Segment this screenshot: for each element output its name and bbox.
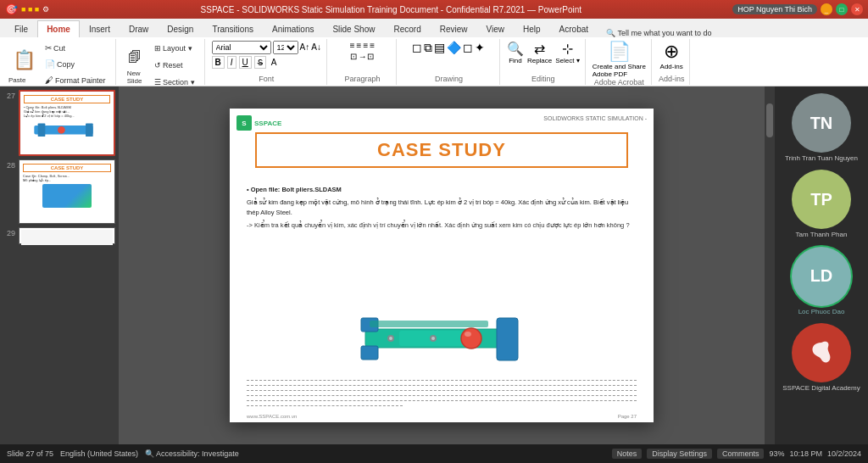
paragraph-label: Paragraph bbox=[344, 75, 380, 83]
tab-record[interactable]: Record bbox=[384, 20, 430, 37]
title-bar: 🎯 ■ ■ ■ ⚙ SSPACE - SOLIDWORKS Static Sim… bbox=[0, 0, 868, 19]
select-button[interactable]: ⊹ bbox=[562, 41, 573, 57]
tell-me-input[interactable]: 🔍 Tell me what you want to do bbox=[606, 29, 711, 37]
underline-button[interactable]: U bbox=[239, 56, 252, 69]
slide-main: S SSPACE SOLIDWORKS STATIC SIMULATION - … bbox=[230, 109, 654, 422]
status-left: Slide 27 of 75 English (United States) 🔍… bbox=[7, 449, 239, 458]
slide-27-title: CASE STUDY bbox=[24, 95, 110, 103]
addins-button[interactable]: ⊕ bbox=[664, 41, 679, 63]
shapes-button[interactable]: ◻ bbox=[412, 41, 422, 55]
convert-smartart-button[interactable]: →⊡ bbox=[359, 52, 374, 61]
title-bar-title: SSPACE - SOLIDWORKS Static Simulation Tr… bbox=[49, 5, 732, 14]
tab-review[interactable]: Review bbox=[431, 20, 477, 37]
svg-point-3 bbox=[58, 126, 65, 134]
comments-button[interactable]: Comments bbox=[717, 449, 765, 459]
adobe-group: 📄 Create and ShareAdobe PDF Adobe Acroba… bbox=[587, 39, 652, 85]
cut-button[interactable]: ✂Cut bbox=[41, 41, 110, 56]
tab-view[interactable]: View bbox=[477, 20, 515, 37]
adobe-pdf-button[interactable]: 📄 bbox=[608, 41, 631, 63]
adobe-group-label: Adobe Acrobat bbox=[594, 78, 644, 86]
display-settings-button[interactable]: Display Settings bbox=[647, 449, 712, 459]
tab-file[interactable]: File bbox=[5, 20, 37, 37]
language-info: English (United States) bbox=[60, 449, 138, 458]
title-bar-left: 🎯 ■ ■ ■ ⚙ bbox=[5, 3, 49, 15]
close-button[interactable]: ✕ bbox=[851, 3, 863, 15]
italic-button[interactable]: I bbox=[227, 56, 236, 69]
current-time: 10:18 PM bbox=[789, 449, 822, 458]
format-painter-button[interactable]: 🖌Format Painter bbox=[41, 73, 110, 88]
drawing-group: ◻ ⧉ ▤ 🔷 ◻ ✦ Drawing bbox=[398, 39, 500, 85]
reset-button[interactable]: ↺ Reset bbox=[150, 58, 199, 73]
svg-point-15 bbox=[431, 337, 435, 340]
slide-27-thumb[interactable]: CASE STUDY • Open file: Bolt pliers.SLDA… bbox=[19, 90, 115, 156]
editing-group: 🔍 Find ⇄ Replace ⊹ Select ▾ Editing bbox=[502, 39, 586, 85]
slide-title-box: CASE STUDY bbox=[255, 132, 628, 168]
logo-text: SSPACE bbox=[254, 120, 281, 127]
slide-logo: S SSPACE bbox=[236, 115, 281, 131]
participant-ld: LD Loc Phuoc Dao bbox=[792, 247, 851, 316]
tab-animations[interactable]: Animations bbox=[263, 20, 323, 37]
find-label: Find bbox=[509, 57, 522, 64]
copy-button[interactable]: 📄Copy bbox=[41, 57, 110, 72]
smartart-button[interactable]: ⊡ bbox=[350, 52, 357, 61]
align-justify-button[interactable]: ≡ bbox=[370, 41, 375, 50]
status-right: Notes Display Settings Comments 93% 10:1… bbox=[612, 449, 861, 459]
font-increase-button[interactable]: A↑ bbox=[300, 42, 310, 52]
accessibility-info: 🔍 Accessibility: Investigate bbox=[145, 449, 239, 458]
font-family-select[interactable]: Arial bbox=[212, 41, 271, 54]
scrollbar[interactable] bbox=[765, 86, 775, 444]
slide-28-content: Case file: Clamp, Bolt, Screw... Mô phỏn… bbox=[23, 174, 111, 182]
font-size-select[interactable]: 12 bbox=[273, 41, 298, 54]
bullet-text: • Open file: Bolt pliers.SLDASM bbox=[247, 185, 342, 194]
slide-28-thumb[interactable]: CASE STUDY Case file: Clamp, Bolt, Screw… bbox=[19, 159, 115, 224]
layout-button[interactable]: ⊞ Layout ▾ bbox=[150, 41, 199, 56]
participant-tp-avatar[interactable]: TP bbox=[792, 170, 851, 229]
slide-footer: www.SSPACE.com.vn Page 27 bbox=[247, 414, 637, 419]
tab-design[interactable]: Design bbox=[158, 20, 203, 37]
title-bar-right: HOP Nguyen Thi Bich _ □ ✕ bbox=[732, 3, 863, 15]
replace-button[interactable]: ⇄ bbox=[534, 41, 545, 57]
participant-sspace-avatar[interactable] bbox=[792, 323, 851, 382]
user-name: HOP Nguyen Thi Bich bbox=[732, 4, 817, 14]
slide-title: CASE STUDY bbox=[377, 139, 506, 160]
bold-button[interactable]: B bbox=[212, 56, 225, 69]
new-slide-button[interactable]: 🗐 bbox=[123, 46, 147, 70]
new-slide-label: NewSlide bbox=[127, 70, 142, 85]
shape-fill-button[interactable]: 🔷 bbox=[447, 41, 461, 55]
scroll-thumb[interactable] bbox=[766, 103, 773, 137]
slide-info: Slide 27 of 75 bbox=[7, 449, 53, 458]
font-group: Arial 12 A↑ A↓ B I U S̶ A Font bbox=[207, 39, 327, 85]
align-left-button[interactable]: ≡ bbox=[350, 41, 355, 50]
strikethrough-button[interactable]: S̶ bbox=[254, 56, 266, 69]
font-decrease-button[interactable]: A↓ bbox=[311, 42, 321, 52]
quick-styles-button[interactable]: ▤ bbox=[434, 41, 445, 55]
participant-ld-avatar[interactable]: LD bbox=[792, 247, 851, 306]
maximize-button[interactable]: □ bbox=[836, 3, 848, 15]
find-button[interactable]: 🔍 bbox=[507, 41, 524, 57]
align-center-button[interactable]: ≡ bbox=[357, 41, 362, 50]
slide-29-thumb[interactable] bbox=[19, 227, 115, 244]
current-date: 10/2/2024 bbox=[827, 449, 861, 458]
participant-tn-avatar[interactable]: TN bbox=[792, 93, 851, 153]
tab-help[interactable]: Help bbox=[514, 20, 550, 37]
participant-tp-name: Tam Thanh Phan bbox=[796, 231, 848, 239]
arrange-button[interactable]: ⧉ bbox=[424, 41, 432, 55]
font-color-button[interactable]: A bbox=[269, 57, 280, 68]
tab-insert[interactable]: Insert bbox=[80, 20, 120, 37]
minimize-button[interactable]: _ bbox=[821, 3, 832, 15]
notes-button[interactable]: Notes bbox=[612, 449, 643, 459]
participant-tp: TP Tam Thanh Phan bbox=[792, 170, 851, 239]
shape-outline-button[interactable]: ◻ bbox=[463, 41, 473, 55]
tab-transitions[interactable]: Transitions bbox=[203, 20, 263, 37]
select-label: Select ▾ bbox=[555, 57, 579, 64]
tab-slideshow[interactable]: Slide Show bbox=[323, 20, 384, 37]
addins-group: ⊕ Add-ins Add-ins bbox=[654, 39, 691, 85]
shape-effects-button[interactable]: ✦ bbox=[475, 41, 485, 55]
align-right-button[interactable]: ≡ bbox=[363, 41, 368, 50]
paste-button[interactable]: 📋 bbox=[8, 45, 39, 75]
canvas-area: S SSPACE SOLIDWORKS STATIC SIMULATION - … bbox=[119, 86, 765, 444]
tab-acrobat[interactable]: Acrobat bbox=[550, 20, 598, 37]
bolt-pliers-image bbox=[348, 299, 535, 380]
tab-draw[interactable]: Draw bbox=[120, 20, 158, 37]
tab-home[interactable]: Home bbox=[37, 20, 80, 37]
